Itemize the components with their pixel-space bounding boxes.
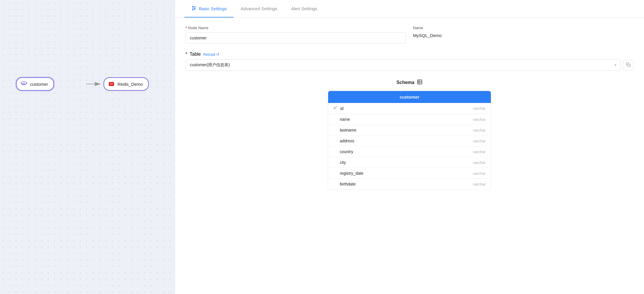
name-static-field: Name MySQL_Demo (413, 26, 634, 38)
panel-content: * Node Name Name MySQL_Demo * Table Relo… (175, 18, 644, 294)
right-panel: Basic Settings Advanced Settings Alert S… (175, 0, 644, 294)
table-label-row: * Table Reload ↺ (186, 52, 634, 57)
canvas-area: customer Redis_Demo (0, 0, 175, 294)
reload-label: Reload (203, 52, 215, 57)
tab-advanced[interactable]: Advanced Settings (234, 1, 284, 17)
schema-field-name: registry_date (340, 171, 471, 176)
tabs-container: Basic Settings Advanced Settings Alert S… (175, 0, 644, 18)
node-name-label-row: * Node Name (186, 26, 406, 30)
schema-field-type: varchar (473, 160, 486, 165)
tab-basic[interactable]: Basic Settings (184, 0, 234, 18)
basic-settings-icon (191, 6, 197, 12)
schema-row: city varchar (328, 157, 491, 168)
chevron-down-icon: ▾ (615, 63, 616, 67)
svg-point-10 (194, 8, 195, 8)
schema-field-type: varchar (473, 139, 486, 143)
schema-section: Schema customer (186, 79, 634, 190)
name-label: Name (413, 26, 634, 30)
schema-field-name: city (340, 160, 471, 165)
node-name-label-text: Node Name (188, 26, 208, 30)
schema-row: address varchar (328, 136, 491, 146)
schema-field-name: id (340, 106, 471, 111)
node-name-field: * Node Name (186, 26, 406, 43)
schema-table-name: customer (400, 94, 419, 99)
svg-point-4 (22, 84, 23, 84)
schema-field-name: name (340, 117, 471, 122)
schema-header: Schema (186, 79, 634, 86)
svg-point-9 (192, 6, 193, 7)
table-select-value: customer(用户信息表) (190, 62, 230, 68)
tab-advanced-label: Advanced Settings (241, 6, 277, 11)
schema-row: registry_date varchar (328, 168, 491, 179)
node-redis-label: Redis_Demo (118, 82, 143, 87)
schema-field-type: varchar (473, 150, 486, 154)
name-label-text: Name (413, 26, 423, 30)
svg-rect-13 (417, 80, 422, 84)
node-customer[interactable]: customer (16, 77, 54, 91)
schema-field-type: varchar (473, 182, 486, 186)
tab-alert-label: Alert Settings (291, 6, 317, 11)
table-required: * (186, 52, 187, 57)
node-redis[interactable]: Redis_Demo (104, 77, 149, 91)
node-customer-label: customer (30, 82, 48, 87)
key-icon (333, 106, 337, 111)
copy-icon (626, 62, 631, 68)
schema-row: id varchar (328, 103, 491, 114)
node-name-row: * Node Name Name MySQL_Demo (186, 26, 634, 43)
schema-card: customer id varchar name varchar lastnam… (328, 91, 491, 190)
redis-icon (108, 80, 115, 88)
node-name-input[interactable] (186, 32, 406, 43)
tab-basic-label: Basic Settings (199, 6, 227, 11)
reload-button[interactable]: Reload ↺ (203, 52, 219, 57)
schema-card-header: customer (328, 91, 491, 103)
name-value: MySQL_Demo (413, 32, 634, 38)
reload-icon: ↺ (216, 52, 219, 57)
table-label-text: Table (190, 52, 201, 57)
svg-rect-12 (628, 64, 630, 67)
schema-field-name: birthdate (340, 182, 471, 186)
schema-field-type: varchar (473, 128, 486, 132)
schema-row: country varchar (328, 146, 491, 157)
schema-rows: id varchar name varchar lastname varchar… (328, 103, 491, 189)
table-section: * Table Reload ↺ customer(用户信息表) ▾ (186, 52, 634, 71)
mysql-icon (20, 80, 28, 88)
schema-field-name: lastname (340, 128, 471, 132)
schema-field-name: address (340, 139, 471, 143)
svg-rect-7 (110, 83, 113, 83)
tab-alert[interactable]: Alert Settings (284, 1, 324, 17)
svg-point-11 (192, 9, 193, 10)
schema-field-type: varchar (473, 117, 486, 122)
connector-svg (0, 0, 175, 294)
schema-table-icon (417, 79, 423, 86)
schema-row: birthdate varchar (328, 179, 491, 189)
node-name-required: * (186, 26, 187, 30)
copy-button[interactable] (623, 60, 634, 70)
svg-point-17 (334, 108, 335, 109)
svg-rect-8 (111, 85, 112, 85)
schema-row: lastname varchar (328, 125, 491, 136)
table-select[interactable]: customer(用户信息表) ▾ (186, 59, 621, 71)
schema-field-type: varchar (473, 171, 486, 176)
schema-label: Schema (396, 80, 414, 85)
schema-field-name: country (340, 149, 471, 154)
table-select-wrapper: customer(用户信息表) ▾ (186, 59, 634, 71)
schema-row: name varchar (328, 114, 491, 125)
svg-point-3 (23, 82, 25, 84)
schema-field-type: varchar (473, 106, 486, 111)
